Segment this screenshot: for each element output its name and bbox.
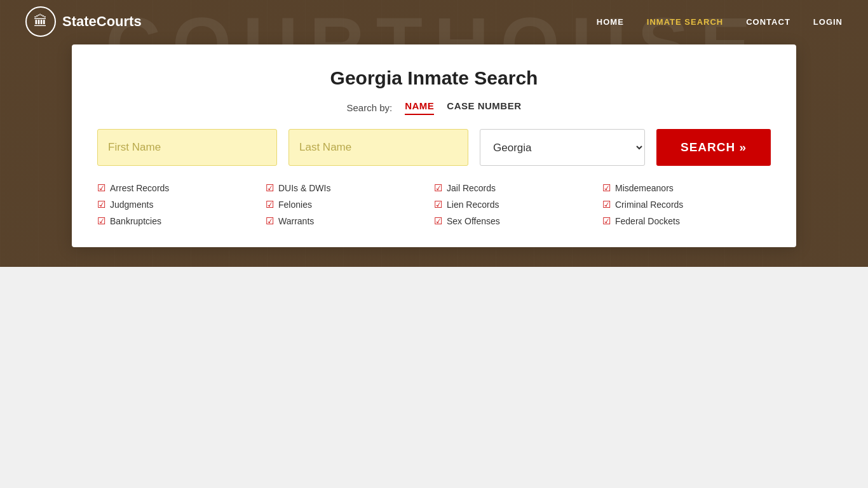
check-icon-11: ☑ [602,199,611,210]
check-misdemeanors: ☑ Misdemeanors [602,182,771,194]
first-name-input[interactable] [97,129,277,166]
check-lien-records: ☑ Lien Records [434,199,602,210]
search-by-row: Search by: NAME CASE NUMBER [97,100,771,115]
last-name-input[interactable] [288,129,468,166]
check-icon-12: ☑ [602,215,611,227]
check-icon-5: ☑ [266,199,274,210]
nav-home[interactable]: HOME [597,17,624,27]
check-icon-1: ☑ [97,182,105,194]
check-label-jail: Jail Records [447,183,496,193]
check-icon-10: ☑ [602,182,611,194]
nav-links: HOME INMATE SEARCH CONTACT LOGIN [597,16,843,27]
search-card-title: Georgia Inmate Search [97,67,771,89]
check-icon-9: ☑ [434,215,442,227]
logo-text: StateCourts [62,13,142,30]
checklist-col-4: ☑ Misdemeanors ☑ Criminal Records ☑ Fede… [602,182,771,227]
search-card: Georgia Inmate Search Search by: NAME CA… [72,44,796,247]
check-bankruptcies: ☑ Bankruptcies [97,215,266,227]
search-button[interactable]: SEARCH » [656,129,771,166]
state-select[interactable]: Georgia [480,129,645,166]
check-judgments: ☑ Judgments [97,199,266,210]
check-icon-4: ☑ [266,182,274,194]
nav-inmate-search[interactable]: INMATE SEARCH [647,17,723,27]
nav-contact[interactable]: CONTACT [746,17,790,27]
tab-case-number[interactable]: CASE NUMBER [447,100,521,115]
check-icon-3: ☑ [97,215,105,227]
check-label-felonies: Felonies [278,200,312,210]
checklist-col-3: ☑ Jail Records ☑ Lien Records ☑ Sex Offe… [434,182,602,227]
nav-logo[interactable]: 🏛 StateCourts [25,6,142,37]
hero-section: COURTHOUSE 🏛 StateCourts HOME INMATE SEA… [0,0,868,267]
check-label-duis: DUIs & DWIs [278,183,330,193]
check-icon-7: ☑ [434,182,442,194]
check-label-criminal: Criminal Records [615,200,683,210]
check-federal-dockets: ☑ Federal Dockets [602,215,771,227]
check-duis: ☑ DUIs & DWIs [266,182,434,194]
checklist-col-1: ☑ Arrest Records ☑ Judgments ☑ Bankruptc… [97,182,266,227]
check-label-lien: Lien Records [447,200,499,210]
checklist-grid: ☑ Arrest Records ☑ Judgments ☑ Bankruptc… [97,182,771,227]
check-icon-8: ☑ [434,199,442,210]
check-icon-6: ☑ [266,215,274,227]
search-inputs-row: Georgia SEARCH » [97,129,771,166]
nav-login[interactable]: LOGIN [813,17,843,27]
check-label-misdemeanors: Misdemeanors [615,183,674,193]
search-by-label: Search by: [346,102,392,113]
check-warrants: ☑ Warrants [266,215,434,227]
check-label-bankruptcies: Bankruptcies [110,216,161,226]
check-label-warrants: Warrants [278,216,314,226]
check-felonies: ☑ Felonies [266,199,434,210]
check-label-arrest: Arrest Records [110,183,169,193]
check-criminal-records: ☑ Criminal Records [602,199,771,210]
check-label-sex-offenses: Sex Offenses [447,216,500,226]
logo-icon: 🏛 [25,6,56,37]
check-sex-offenses: ☑ Sex Offenses [434,215,602,227]
tab-name[interactable]: NAME [405,100,434,115]
checklist-col-2: ☑ DUIs & DWIs ☑ Felonies ☑ Warrants [266,182,434,227]
check-arrest-records: ☑ Arrest Records [97,182,266,194]
check-label-federal: Federal Dockets [615,216,680,226]
check-jail-records: ☑ Jail Records [434,182,602,194]
main-nav: 🏛 StateCourts HOME INMATE SEARCH CONTACT… [0,0,868,43]
check-icon-2: ☑ [97,199,105,210]
check-label-judgments: Judgments [110,200,153,210]
